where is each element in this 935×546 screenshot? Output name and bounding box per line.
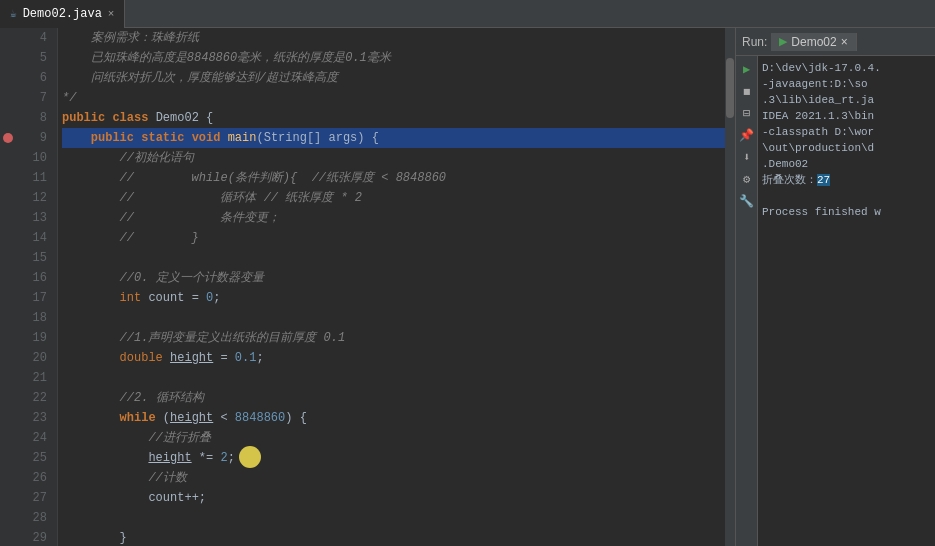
gutter-item — [0, 388, 16, 408]
run-output[interactable]: D:\dev\jdk-17.0.4.-javaagent:D:\so.3\lib… — [758, 56, 935, 546]
tab-close-button[interactable]: × — [108, 8, 115, 20]
line-number: 6 — [16, 68, 51, 88]
gutter-item — [0, 68, 16, 88]
gutter-item — [0, 348, 16, 368]
line-number: 29 — [16, 528, 51, 546]
code-line — [62, 248, 725, 268]
code-line: 案例需求：珠峰折纸 — [62, 28, 725, 48]
line-number: 22 — [16, 388, 51, 408]
line-number: 26 — [16, 468, 51, 488]
line-number: 27 — [16, 488, 51, 508]
editor-area: ▶ 45678910111213141516171819202122232425… — [0, 28, 735, 546]
code-line: //1.声明变量定义出纸张的目前厚度 0.1 — [62, 328, 725, 348]
gutter-item — [0, 168, 16, 188]
line-numbers: 4567891011121314151617181920212223242526… — [16, 28, 58, 546]
line-number: 9 — [16, 128, 51, 148]
output-line: IDEA 2021.1.3\bin — [762, 108, 931, 124]
breakpoint-dot[interactable] — [3, 133, 13, 143]
restore-layout-button[interactable]: ⊟ — [738, 104, 756, 122]
output-line: Process finished w — [762, 204, 931, 220]
line-number: 8 — [16, 108, 51, 128]
code-line — [62, 368, 725, 388]
line-number: 24 — [16, 428, 51, 448]
run-side: ▶ ◼ ⊟ 📌 ⬇ ⚙ 🔧 D:\dev\jdk-17.0.4.-javaage… — [736, 56, 935, 546]
editor-scrollbar[interactable] — [725, 28, 735, 546]
run-label: Run: — [742, 35, 767, 49]
output-line: \out\production\d — [762, 140, 931, 156]
right-panel: Run: ▶ Demo02 × ▶ ◼ ⊟ 📌 ⬇ ⚙ 🔧 D:\dev\jdk… — [735, 28, 935, 546]
tab-bar: ☕ Demo02.java × — [0, 0, 935, 28]
output-highlight: 27 — [817, 174, 830, 186]
gutter-item — [0, 328, 16, 348]
gutter-item — [0, 288, 16, 308]
line-number: 14 — [16, 228, 51, 248]
run-tab-label: Demo02 — [791, 35, 836, 49]
gutter-item — [0, 188, 16, 208]
annotation-circle — [239, 446, 261, 468]
line-number: 17 — [16, 288, 51, 308]
code-line: 已知珠峰的高度是8848860毫米，纸张的厚度是0.1毫米 — [62, 48, 725, 68]
run-tools: ▶ ◼ ⊟ 📌 ⬇ ⚙ 🔧 — [736, 56, 758, 546]
code-line: //计数 — [62, 468, 725, 488]
gutter-item — [0, 148, 16, 168]
gutter-item — [0, 408, 16, 428]
gutter-item — [0, 448, 16, 468]
tab-file-icon: ☕ — [10, 7, 17, 20]
code-content[interactable]: 案例需求：珠峰折纸 已知珠峰的高度是8848860毫米，纸张的厚度是0.1毫米 … — [58, 28, 725, 546]
code-line: */ — [62, 88, 725, 108]
more-button[interactable]: 🔧 — [738, 192, 756, 210]
gutter-item — [0, 268, 16, 288]
run-toolbar: Run: ▶ Demo02 × — [736, 28, 935, 56]
gutter-item — [0, 528, 16, 546]
code-line — [62, 508, 725, 528]
gutter-item — [0, 308, 16, 328]
output-line — [762, 188, 931, 204]
code-line: count++; — [62, 488, 725, 508]
code-line: // 条件变更； — [62, 208, 725, 228]
settings-button[interactable]: ⚙ — [738, 170, 756, 188]
run-tab-close[interactable]: × — [841, 35, 848, 49]
gutter-item — [0, 88, 16, 108]
gutter-item — [0, 48, 16, 68]
code-line: height *= 2; — [62, 448, 725, 468]
line-number: 19 — [16, 328, 51, 348]
line-number: 10 — [16, 148, 51, 168]
gutter-item — [0, 208, 16, 228]
output-line: .3\lib\idea_rt.ja — [762, 92, 931, 108]
line-number: 21 — [16, 368, 51, 388]
line-number: 28 — [16, 508, 51, 528]
code-line: // } — [62, 228, 725, 248]
code-line: public class Demo02 { — [62, 108, 725, 128]
gutter-item — [0, 468, 16, 488]
output-line: -classpath D:\wor — [762, 124, 931, 140]
rerun-button[interactable]: ▶ — [738, 60, 756, 78]
gutter-item — [0, 248, 16, 268]
code-line: //进行折叠 — [62, 428, 725, 448]
code-line: //0. 定义一个计数器变量 — [62, 268, 725, 288]
stop-button[interactable]: ◼ — [738, 82, 756, 100]
scroll-to-end-button[interactable]: ⬇ — [738, 148, 756, 166]
gutter-item — [0, 108, 16, 128]
pin-tab-button[interactable]: 📌 — [738, 126, 756, 144]
output-line: D:\dev\jdk-17.0.4. — [762, 60, 931, 76]
line-number: 13 — [16, 208, 51, 228]
run-tab[interactable]: ▶ Demo02 × — [771, 33, 856, 51]
gutter: ▶ — [0, 28, 16, 546]
line-number: 7 — [16, 88, 51, 108]
gutter-item — [0, 428, 16, 448]
code-line: // while(条件判断){ //纸张厚度 < 8848860 — [62, 168, 725, 188]
line-number: 11 — [16, 168, 51, 188]
code-line: //初始化语句 — [62, 148, 725, 168]
code-line: } — [62, 528, 725, 546]
line-number: 23 — [16, 408, 51, 428]
scroll-thumb[interactable] — [726, 58, 734, 118]
code-line: public static void main(String[] args) { — [62, 128, 725, 148]
gutter-item — [0, 228, 16, 248]
main-content: ▶ 45678910111213141516171819202122232425… — [0, 28, 935, 546]
code-line — [62, 308, 725, 328]
line-number: 18 — [16, 308, 51, 328]
output-line: .Demo02 — [762, 156, 931, 172]
output-line: 折叠次数：27 — [762, 172, 931, 188]
tab-demo02[interactable]: ☕ Demo02.java × — [0, 0, 125, 28]
tab-label: Demo02.java — [23, 7, 102, 21]
